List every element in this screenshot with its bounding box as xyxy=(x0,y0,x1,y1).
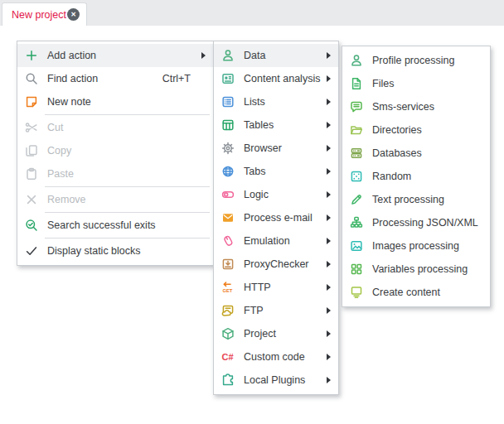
menu-item-ftp[interactable]: FTP xyxy=(214,299,338,322)
magnifier-check-icon xyxy=(25,219,38,232)
menu-item-label: Images processing xyxy=(372,240,459,252)
menu-item-processing-json-xml[interactable]: Processing JSON/XML xyxy=(342,211,490,234)
menu-item-new-note[interactable]: New note xyxy=(17,90,213,113)
submenu-arrow-icon xyxy=(327,261,331,267)
menu-item-display-static-blocks[interactable]: Display static blocks xyxy=(17,239,213,263)
drawers-icon xyxy=(350,147,363,160)
person-icon xyxy=(350,54,363,67)
svg-text:C#: C# xyxy=(222,352,234,362)
table-icon xyxy=(221,118,235,132)
menu-item-content-analysis[interactable]: Content analysis xyxy=(214,67,338,90)
menu-item-process-email[interactable]: Process e-mail xyxy=(214,206,338,229)
menu-item-logic[interactable]: Logic xyxy=(214,183,338,206)
menu-item-custom-code[interactable]: C# Custom code xyxy=(214,345,338,369)
menu-item-http[interactable]: GET HTTP xyxy=(214,276,338,299)
menu-item-databases[interactable]: Databases xyxy=(342,142,490,165)
tab-title: New project xyxy=(12,9,67,21)
menu-item-label: HTTP xyxy=(244,282,271,293)
submenu-arrow-icon xyxy=(327,145,331,152)
menu-item-label: Search successful exits xyxy=(47,219,156,231)
menu-item-data[interactable]: Data xyxy=(214,44,338,67)
magnifier-icon xyxy=(25,72,38,85)
menu-item-images-processing[interactable]: Images processing xyxy=(342,234,490,258)
menu-item-label: Remove xyxy=(47,194,86,205)
menu-item-label: Profile processing xyxy=(372,55,454,66)
menu-item-directories[interactable]: Directories xyxy=(342,118,490,142)
org-tree-icon xyxy=(350,216,363,229)
menu-item-project[interactable]: Project xyxy=(214,322,338,345)
menu-item-profile-processing[interactable]: Profile processing xyxy=(342,49,490,72)
menu-item-tabs[interactable]: Tabs xyxy=(214,160,338,183)
submenu-arrow-icon xyxy=(327,75,331,82)
submenu-arrow-icon xyxy=(327,377,331,383)
menu-item-label: Sms-services xyxy=(372,101,434,113)
submenu-arrow-icon xyxy=(327,354,331,360)
menu-separator xyxy=(45,212,210,213)
menu-item-label: Data xyxy=(244,50,265,61)
tab-bar: New project ✕ xyxy=(0,0,504,26)
tab-new-project[interactable]: New project ✕ xyxy=(2,2,87,26)
menu-item-browser[interactable]: Browser xyxy=(214,137,338,160)
menu-item-label: Lists xyxy=(244,96,265,108)
menu-item-text-processing[interactable]: Text processing xyxy=(342,188,490,211)
menu-item-label: Content analysis xyxy=(244,73,320,84)
submenu-arrow-icon xyxy=(327,238,331,244)
close-icon[interactable]: ✕ xyxy=(67,8,80,21)
menu-item-label: Processing JSON/XML xyxy=(372,217,478,229)
menu-item-label: ProxyChecker xyxy=(244,258,309,270)
menu-item-label: Tabs xyxy=(244,166,265,177)
menu-item-label: Variables processing xyxy=(372,263,468,275)
http-get-icon: GET xyxy=(221,281,235,294)
note-icon xyxy=(25,95,38,108)
menu-item-emulation[interactable]: Emulation xyxy=(214,229,338,253)
menu-item-label: Copy xyxy=(47,145,71,157)
menu-item-sms-services[interactable]: Sms-services xyxy=(342,95,490,118)
menu-item-local-plugins[interactable]: Local Plugins xyxy=(214,369,338,392)
pencil-icon xyxy=(350,193,363,206)
menu-item-proxychecker[interactable]: ProxyChecker xyxy=(214,253,338,276)
puzzle-icon xyxy=(221,373,235,387)
menu-item-add-action[interactable]: Add action xyxy=(17,44,213,67)
menu-item-tables[interactable]: Tables xyxy=(214,113,338,137)
menu-item-random[interactable]: Random xyxy=(342,165,490,188)
menu-item-label: Local Plugins xyxy=(244,374,305,386)
menu-item-cut: Cut xyxy=(17,116,213,139)
menu-item-label: New note xyxy=(47,96,91,108)
submenu-arrow-icon xyxy=(327,214,331,221)
clipboard-icon xyxy=(25,167,38,181)
cube-icon xyxy=(221,327,235,340)
inbox-arrow-icon xyxy=(221,258,235,271)
menu-item-label: Browser xyxy=(244,142,282,154)
submenu-arrow-icon xyxy=(327,191,331,198)
data-submenu: Profile processing Files Sms-services Di… xyxy=(342,46,491,307)
context-menu: Add action Find action Ctrl+T New note C… xyxy=(17,41,214,266)
dice-icon xyxy=(350,170,363,183)
menu-item-label: Add action xyxy=(47,50,96,61)
menu-item-label: Files xyxy=(372,78,394,89)
menu-item-label: Random xyxy=(372,171,411,182)
svg-text:GET: GET xyxy=(222,288,232,293)
image-icon xyxy=(350,239,363,253)
menu-item-files[interactable]: Files xyxy=(342,72,490,95)
menu-item-copy: Copy xyxy=(17,139,213,162)
open-folder-icon xyxy=(350,123,363,137)
submenu-arrow-icon xyxy=(327,284,331,291)
menu-item-search-successful-exits[interactable]: Search successful exits xyxy=(17,214,213,237)
menu-item-lists[interactable]: Lists xyxy=(214,90,338,113)
menu-item-label: Cut xyxy=(47,122,63,133)
submenu-arrow-icon xyxy=(327,330,331,337)
menu-item-label: Logic xyxy=(244,189,269,200)
menu-item-find-action[interactable]: Find action Ctrl+T xyxy=(17,67,213,90)
submenu-arrow-icon xyxy=(327,168,331,175)
copy-icon xyxy=(25,144,38,157)
menu-separator xyxy=(45,186,210,187)
menu-item-label: Emulation xyxy=(244,235,290,247)
gear-icon xyxy=(221,142,235,155)
shortcut-label: Ctrl+T xyxy=(162,73,191,84)
menu-item-label: Tables xyxy=(244,119,274,131)
submenu-arrow-icon xyxy=(327,52,331,59)
menu-item-create-content[interactable]: Create content xyxy=(342,281,490,304)
menu-item-variables-processing[interactable]: Variables processing xyxy=(342,258,490,281)
x-icon xyxy=(25,193,38,206)
add-action-submenu: Data Content analysis Lists Tables Brows… xyxy=(213,41,339,395)
